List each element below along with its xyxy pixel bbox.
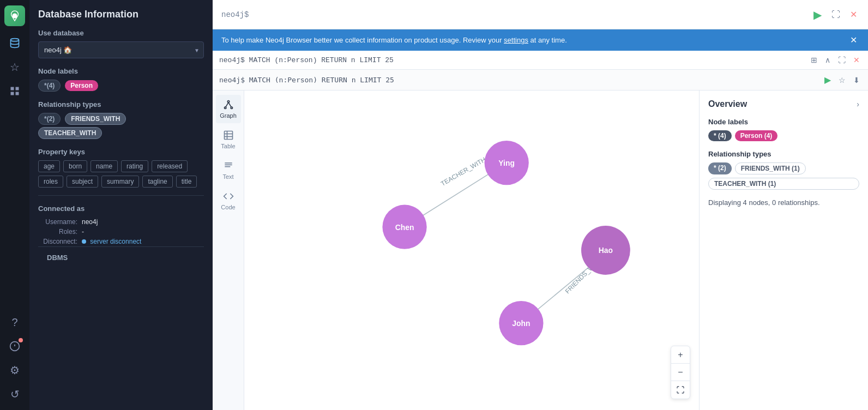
connected-as-title: Connected as: [38, 204, 204, 213]
prop-name[interactable]: name: [91, 160, 118, 172]
history-icon[interactable]: ↺: [4, 384, 25, 405]
result-query-actions: ▶ ☆ ⬇: [823, 73, 861, 87]
roles-label: Roles:: [38, 227, 82, 237]
database-select[interactable]: neo4j 🏠: [38, 41, 204, 58]
svg-rect-4: [11, 92, 14, 95]
svg-line-11: [228, 102, 231, 107]
prop-subject[interactable]: subject: [67, 176, 98, 188]
tab-graph-label: Graph: [220, 112, 237, 119]
query-close-button[interactable]: ✕: [848, 7, 859, 22]
result-pin-button[interactable]: ⊞: [809, 54, 819, 66]
svg-point-1: [11, 39, 19, 41]
teacher-with-badge[interactable]: TEACHER_WITH: [38, 127, 102, 139]
database-icon[interactable]: [4, 33, 25, 53]
result-query-bar: neo4j$ MATCH (n:Person) RETURN n LIMIT 2…: [213, 70, 868, 91]
person-label-badge[interactable]: Person: [65, 80, 98, 91]
alert-icon[interactable]: [4, 336, 25, 357]
result-play-button[interactable]: ▶: [823, 73, 833, 87]
dbms-section-label: DBMS: [38, 246, 204, 264]
prop-summary[interactable]: summary: [101, 176, 139, 188]
result-pane: neo4j$ MATCH (n:Person) RETURN n LIMIT 2…: [213, 51, 868, 410]
info-banner: To help make Neo4j Browser better we col…: [213, 29, 868, 51]
overview-all-nodes-badge[interactable]: * (4): [708, 130, 732, 141]
query-play-button[interactable]: ▶: [811, 6, 824, 23]
result-up-button[interactable]: ∧: [823, 54, 832, 66]
query-bar: neo4j$ ▶ ⛶ ✕: [213, 0, 868, 29]
rel-types-count-badge[interactable]: *(2): [38, 113, 61, 125]
zoom-out-button[interactable]: −: [671, 364, 690, 381]
server-disconnect-link[interactable]: server disconnect: [82, 238, 141, 245]
prop-tagline[interactable]: tagline: [142, 176, 172, 188]
prop-released[interactable]: released: [152, 160, 188, 172]
overview-person-badge[interactable]: Person (4): [735, 130, 778, 141]
graph-area: TEACHER_WITH FRIENDS_WITH Ying Chen: [244, 91, 699, 410]
overview-panel: Overview › Node labels * (4) Person (4) …: [699, 91, 868, 410]
overview-teacher-badge[interactable]: TEACHER_WITH (1): [708, 178, 859, 190]
relationship-types-row: *(2) FRIENDS_WITH: [38, 113, 204, 125]
svg-point-9: [231, 107, 232, 108]
query-fullscreen-button[interactable]: ⛶: [829, 8, 842, 22]
sidebar-title: Database Information: [38, 9, 204, 20]
info-banner-text: To help make Neo4j Browser better we col…: [221, 36, 567, 44]
node-ying-label: Ying: [498, 159, 515, 167]
overview-rel-types-title: Relationship types: [708, 150, 859, 158]
overview-friends-badge[interactable]: FRIENDS_WITH (1): [735, 162, 806, 174]
query-actions: ▶ ⛶ ✕: [811, 6, 859, 23]
graph-svg: TEACHER_WITH FRIENDS_WITH Ying Chen: [244, 91, 699, 410]
info-banner-settings-link[interactable]: settings: [504, 36, 528, 44]
info-banner-close-button[interactable]: ✕: [848, 35, 859, 45]
tab-table-label: Table: [221, 143, 235, 149]
connected-info: Username: neo4j Roles: - Disconnect: ser…: [38, 217, 204, 246]
teacher-with-row: TEACHER_WITH: [38, 127, 204, 139]
tab-table[interactable]: Table: [216, 125, 241, 154]
relationship-types-section-title: Relationship types: [38, 100, 204, 108]
prop-title[interactable]: title: [176, 176, 197, 188]
zoom-in-button[interactable]: +: [671, 346, 690, 364]
result-star-button[interactable]: ☆: [837, 73, 847, 87]
result-toolbar-actions: ⊞ ∧ ⛶ ✕: [809, 54, 861, 66]
result-close-button[interactable]: ✕: [852, 54, 861, 66]
tab-code[interactable]: Code: [216, 186, 241, 215]
overview-expand-button[interactable]: ›: [857, 100, 859, 108]
edge-label-teacher: TEACHER_WITH: [439, 156, 487, 188]
overview-node-labels-badges: * (4) Person (4): [708, 130, 859, 141]
tab-text-label: Text: [222, 173, 233, 180]
node-labels-section-title: Node labels: [38, 67, 204, 75]
tab-graph[interactable]: Graph: [216, 95, 241, 123]
prop-born[interactable]: born: [63, 160, 87, 172]
left-panel: ☆ ? ⚙ ↺ Database Information Use databas…: [0, 0, 213, 410]
main-content: neo4j$ ▶ ⛶ ✕ To help make Neo4j Browser …: [213, 0, 868, 410]
overview-rel-badges: * (2) FRIENDS_WITH (1) TEACHER_WITH (1): [708, 162, 859, 190]
result-query-display: neo4j$ MATCH (n:Person) RETURN n LIMIT 2…: [219, 76, 823, 84]
overview-status: Displaying 4 nodes, 0 relationships.: [708, 198, 859, 207]
zoom-fit-button[interactable]: [671, 381, 690, 399]
tab-text[interactable]: Text: [216, 156, 241, 184]
svg-point-7: [227, 101, 229, 102]
sidebar-content: Database Information Use database neo4j …: [29, 0, 213, 410]
node-labels-count-badge[interactable]: *(4): [38, 80, 61, 92]
logo-icon[interactable]: [4, 5, 25, 26]
prop-age[interactable]: age: [38, 160, 60, 172]
overview-title: Overview: [708, 99, 747, 109]
overview-all-rels-badge[interactable]: * (2): [708, 162, 732, 174]
disconnect-anchor[interactable]: server disconnect: [90, 238, 141, 245]
svg-rect-12: [224, 131, 232, 140]
question-icon[interactable]: ?: [4, 312, 25, 333]
result-download-button[interactable]: ⬇: [852, 73, 861, 87]
property-keys-grid: age born name rating released roles subj…: [38, 160, 204, 188]
view-tabs: Graph Table Text: [213, 91, 244, 410]
overview-node-labels-title: Node labels: [708, 118, 859, 126]
node-labels-row: *(4) Person: [38, 80, 204, 92]
friends-with-badge[interactable]: FRIENDS_WITH: [65, 113, 126, 125]
prop-rating[interactable]: rating: [121, 160, 148, 172]
play-icon[interactable]: [4, 81, 25, 101]
settings-icon[interactable]: ⚙: [4, 360, 25, 381]
prop-roles[interactable]: roles: [38, 176, 63, 188]
query-prompt: neo4j$: [221, 10, 249, 19]
result-toolbar: neo4j$ MATCH (n:Person) RETURN n LIMIT 2…: [213, 51, 868, 70]
result-fullscreen-button[interactable]: ⛶: [836, 54, 847, 66]
username-label: Username:: [38, 217, 82, 227]
star-icon[interactable]: ☆: [4, 57, 25, 77]
disconnect-dot: [82, 239, 86, 244]
query-bar-text: neo4j$: [221, 10, 811, 19]
